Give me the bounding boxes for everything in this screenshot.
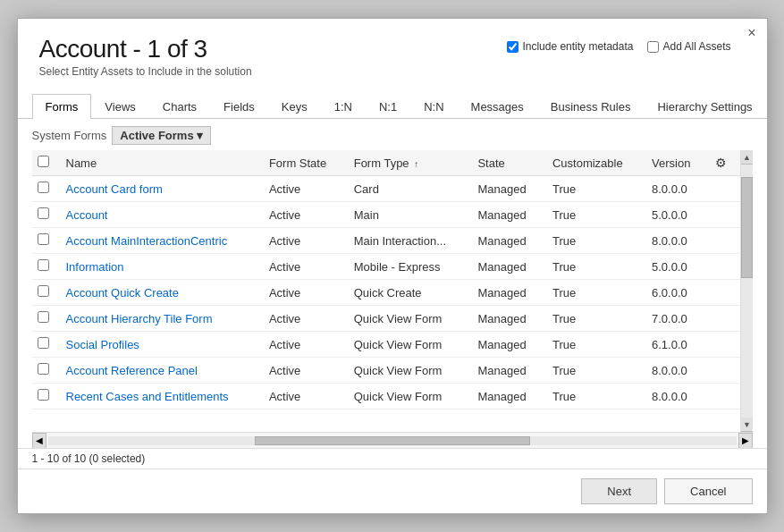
col-version-header[interactable]: Version [643,150,706,176]
tab-messages[interactable]: Messages [458,94,537,119]
col-gear-header[interactable]: ⚙ [706,150,739,176]
dialog-header: Account - 1 of 3 Select Entity Assets to… [18,19,767,85]
row-name-6[interactable]: Social Profiles [57,332,260,358]
row-name-5[interactable]: Account Hierarchy Tile Form [57,306,260,332]
tab-views[interactable]: Views [91,94,148,119]
row-state-3: Managed [468,254,543,280]
row-checkbox-6[interactable] [38,337,49,349]
row-gear-2 [706,228,739,254]
scroll-right-button[interactable]: ▶ [738,433,753,449]
horiz-scroll-thumb[interactable] [255,436,530,445]
col-customizable-header[interactable]: Customizable [544,150,643,176]
row-form-state-2: Active [260,228,345,254]
table-row: Social Profiles Active Quick View Form M… [32,332,740,358]
row-check-5[interactable] [32,306,57,332]
tab-nn[interactable]: N:N [410,94,457,119]
col-state-header[interactable]: State [468,150,543,176]
table-row: Recent Cases and Entitlements Active Qui… [32,384,740,410]
active-forms-dropdown[interactable]: Active Forms ▾ [112,126,210,145]
forms-table: Name Form State Form Type ↑ State Custom… [32,150,740,410]
row-customizable-3: True [544,254,643,280]
row-checkbox-3[interactable] [38,259,49,271]
row-name-7[interactable]: Account Reference Panel [57,358,260,384]
include-metadata-checkbox[interactable] [507,41,518,53]
row-check-8[interactable] [32,384,57,410]
row-name-1[interactable]: Account [57,202,260,228]
row-checkbox-7[interactable] [38,363,49,375]
row-name-4[interactable]: Account Quick Create [57,280,260,306]
row-form-type-7: Quick View Form [345,358,469,384]
row-state-8: Managed [468,384,543,410]
row-check-0[interactable] [32,176,57,202]
cancel-button[interactable]: Cancel [664,478,752,504]
subheader: System Forms Active Forms ▾ [18,119,767,150]
row-name-8[interactable]: Recent Cases and Entitlements [57,384,260,410]
row-gear-8 [706,384,739,410]
row-form-type-6: Quick View Form [345,332,469,358]
row-form-state-1: Active [260,202,345,228]
row-check-3[interactable] [32,254,57,280]
col-name-header[interactable]: Name [57,150,260,176]
include-metadata-label[interactable]: Include entity metadata [507,40,633,53]
col-form-state-header[interactable]: Form State [260,150,345,176]
table-header-row: Name Form State Form Type ↑ State Custom… [32,150,740,176]
row-version-1: 5.0.0.0 [643,202,706,228]
select-all-checkbox[interactable] [38,156,49,167]
horizontal-scrollbar[interactable]: ◀ ▶ [32,432,753,448]
table-scroll[interactable]: Name Form State Form Type ↑ State Custom… [32,150,753,410]
footer: Next Cancel [18,469,767,513]
row-form-state-5: Active [260,306,345,332]
next-button[interactable]: Next [581,478,657,504]
row-checkbox-2[interactable] [38,233,49,245]
scroll-thumb[interactable] [741,177,753,278]
tab-hierarchy-settings[interactable]: Hierarchy Settings [644,94,765,119]
row-name-3[interactable]: Information [57,254,260,280]
gear-icon[interactable]: ⚙ [715,156,727,170]
close-button[interactable]: × [747,26,755,40]
scroll-track[interactable] [741,165,753,418]
row-checkbox-0[interactable] [38,182,49,193]
row-check-7[interactable] [32,358,57,384]
scroll-up-button[interactable]: ▲ [741,150,753,165]
row-state-7: Managed [468,358,543,384]
row-checkbox-5[interactable] [38,311,49,323]
row-gear-6 [706,332,739,358]
col-form-type-header[interactable]: Form Type ↑ [345,150,469,176]
scroll-down-button[interactable]: ▼ [741,418,753,432]
row-checkbox-1[interactable] [38,207,49,219]
row-form-state-0: Active [260,176,345,202]
table-row: Account Card form Active Card Managed Tr… [32,176,740,202]
row-version-8: 8.0.0.0 [643,384,706,410]
tab-1n[interactable]: 1:N [321,94,366,119]
add-all-label[interactable]: Add All Assets [647,40,730,53]
row-check-4[interactable] [32,280,57,306]
table-row: Information Active Mobile - Express Mana… [32,254,740,280]
tab-keys[interactable]: Keys [268,94,321,119]
status-bar: 1 - 10 of 10 (0 selected) [18,448,767,469]
tab-n1[interactable]: N:1 [366,94,410,119]
row-customizable-6: True [544,332,643,358]
row-check-1[interactable] [32,202,57,228]
tab-forms[interactable]: Forms [32,94,92,119]
row-form-state-7: Active [260,358,345,384]
row-customizable-2: True [544,228,643,254]
row-checkbox-4[interactable] [38,285,49,297]
table-row: Account MainInteractionCentric Active Ma… [32,228,740,254]
row-customizable-7: True [544,358,643,384]
row-check-2[interactable] [32,228,57,254]
row-version-0: 8.0.0.0 [643,176,706,202]
col-check-header[interactable] [32,150,57,176]
row-form-type-3: Mobile - Express [345,254,469,280]
vertical-scrollbar[interactable]: ▲ ▼ [740,150,753,432]
tab-charts[interactable]: Charts [149,94,210,119]
scroll-left-button[interactable]: ◀ [32,433,46,449]
row-checkbox-8[interactable] [38,389,49,401]
tab-business-rules[interactable]: Business Rules [537,94,645,119]
row-check-6[interactable] [32,332,57,358]
tab-fields[interactable]: Fields [210,94,268,119]
row-name-0[interactable]: Account Card form [57,176,260,202]
row-name-2[interactable]: Account MainInteractionCentric [57,228,260,254]
add-all-checkbox[interactable] [647,41,659,53]
horiz-scroll-track[interactable] [48,436,737,445]
row-state-6: Managed [468,332,543,358]
